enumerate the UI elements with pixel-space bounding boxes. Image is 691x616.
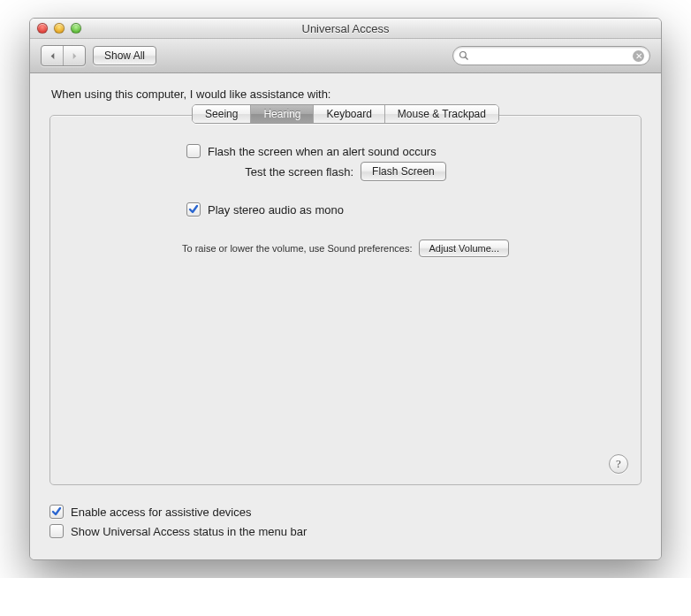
menubar-status-row: Show Universal Access status in the menu… (49, 524, 642, 538)
adjust-volume-button[interactable]: Adjust Volume... (419, 240, 509, 257)
forward-button[interactable] (64, 46, 85, 65)
titlebar: Universal Access (30, 19, 661, 39)
tab-group: Seeing Hearing Keyboard Mouse & Trackpad… (49, 115, 642, 485)
intro-text: When using this computer, I would like a… (51, 87, 642, 101)
tab-keyboard[interactable]: Keyboard (314, 105, 384, 123)
tab-seeing[interactable]: Seeing (193, 105, 251, 123)
close-window-button[interactable] (37, 23, 48, 34)
mono-audio-checkbox[interactable] (186, 202, 201, 217)
flash-screen-button[interactable]: Flash Screen (361, 162, 446, 181)
search-icon (459, 50, 469, 61)
menubar-status-label: Show Universal Access status in the menu… (71, 525, 307, 538)
nav-back-forward (41, 45, 86, 66)
flash-screen-checkbox[interactable] (186, 144, 201, 158)
flash-screen-label: Flash the screen when an alert sound occ… (208, 145, 437, 158)
mono-audio-row: Play stereo audio as mono (186, 202, 505, 217)
tab-mouse-trackpad[interactable]: Mouse & Trackpad (385, 105, 498, 123)
chevron-right-icon (71, 52, 79, 60)
help-button[interactable]: ? (609, 454, 628, 474)
tab-bar: Seeing Hearing Keyboard Mouse & Trackpad (49, 104, 642, 124)
mono-audio-label: Play stereo audio as mono (208, 203, 344, 217)
svg-line-1 (466, 57, 468, 60)
volume-hint-row: To raise or lower the volume, use Sound … (133, 240, 558, 257)
minimize-window-button[interactable] (54, 23, 65, 34)
hearing-pane: Flash the screen when an alert sound occ… (49, 115, 642, 485)
test-flash-row: Test the screen flash: Flash Screen (186, 162, 505, 181)
preferences-window: Universal Access Show All ✕ When using t… (29, 18, 662, 560)
assistive-devices-label: Enable access for assistive devices (71, 506, 251, 519)
zoom-window-button[interactable] (71, 23, 81, 34)
test-flash-label: Test the screen flash: (245, 165, 353, 179)
svg-point-0 (460, 52, 467, 58)
menubar-status-checkbox[interactable] (49, 524, 64, 538)
clear-search-button[interactable]: ✕ (633, 50, 644, 62)
volume-hint-text: To raise or lower the volume, use Sound … (182, 243, 412, 254)
footer-options: Enable access for assistive devices Show… (49, 505, 642, 538)
search-field[interactable]: ✕ (452, 46, 650, 65)
chevron-left-icon (49, 52, 57, 60)
window-title: Universal Access (30, 22, 661, 35)
show-all-button[interactable]: Show All (93, 46, 156, 65)
assistive-devices-row: Enable access for assistive devices (49, 505, 642, 519)
flash-screen-row: Flash the screen when an alert sound occ… (186, 144, 505, 158)
toolbar: Show All ✕ (30, 39, 661, 73)
window-controls (37, 23, 81, 34)
assistive-devices-checkbox[interactable] (49, 505, 64, 519)
content-area: When using this computer, I would like a… (30, 73, 661, 559)
tab-hearing[interactable]: Hearing (251, 105, 314, 123)
back-button[interactable] (42, 46, 64, 65)
search-input[interactable] (473, 49, 633, 63)
